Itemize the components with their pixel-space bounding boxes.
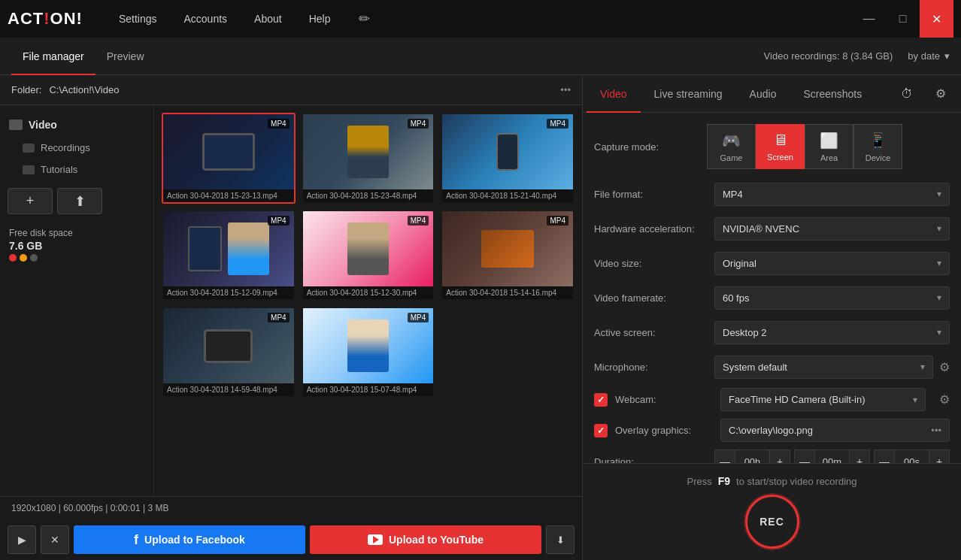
recordings-folder-icon bbox=[23, 144, 35, 153]
webcam-row: Webcam: FaceTime HD Camera (Built-in) ▾ … bbox=[594, 388, 950, 411]
duration-seconds-control: — 00s + bbox=[874, 450, 950, 463]
tab-file-manager[interactable]: File manager bbox=[11, 38, 95, 75]
video-thumb-5[interactable]: MP4 Action 30-04-2018 15-14-16.mp4 bbox=[441, 210, 574, 301]
video-folder-icon bbox=[9, 120, 23, 130]
right-tab-audio[interactable]: Audio bbox=[736, 75, 790, 113]
capture-game-label: Game bbox=[720, 153, 743, 162]
webcam-value: FaceTime HD Camera (Built-in) bbox=[729, 394, 866, 405]
dots-indicator bbox=[9, 254, 144, 262]
right-tab-video[interactable]: Video bbox=[587, 75, 641, 113]
youtube-play-icon bbox=[368, 534, 383, 545]
duration-seconds-minus[interactable]: — bbox=[874, 450, 895, 463]
duration-minutes-plus[interactable]: + bbox=[849, 450, 870, 463]
settings-icon-button[interactable]: ⚙ bbox=[923, 75, 957, 113]
titlebar: ACT!ON! Settings Accounts About Help ✏ —… bbox=[0, 0, 961, 38]
microphone-settings-icon[interactable]: ⚙ bbox=[939, 360, 950, 374]
upload-facebook-button[interactable]: f Upload to Facebook bbox=[74, 525, 305, 554]
dot-3 bbox=[30, 254, 38, 262]
facebook-logo: f bbox=[134, 532, 138, 548]
right-tab-live-streaming[interactable]: Live streaming bbox=[641, 75, 736, 113]
upload-folder-button[interactable]: ⬆ bbox=[57, 188, 102, 214]
hardware-accel-value: NVIDIA® NVENC bbox=[723, 223, 799, 235]
upload-youtube-button[interactable]: Upload to YouTube bbox=[310, 525, 541, 554]
capture-screen-button[interactable]: 🖥 Screen bbox=[756, 124, 805, 169]
right-tabs: Video Live streaming Audio Screenshots ⏱… bbox=[583, 75, 961, 113]
overlay-checkbox[interactable] bbox=[594, 424, 608, 437]
video-thumb-7[interactable]: MP4 Action 30-04-2018 15-07-48.mp4 bbox=[302, 307, 435, 398]
active-screen-label: Active screen: bbox=[594, 327, 714, 338]
chevron-down-icon: ▾ bbox=[937, 258, 941, 268]
video-framerate-label: Video framerate: bbox=[594, 292, 714, 304]
webcam-settings-icon[interactable]: ⚙ bbox=[939, 392, 950, 407]
mp4-badge-4: MP4 bbox=[408, 216, 429, 226]
right-tab-screenshots[interactable]: Screenshots bbox=[790, 75, 875, 113]
duration-seconds-plus[interactable]: + bbox=[929, 450, 950, 463]
download-button[interactable]: ⬇ bbox=[546, 525, 574, 554]
duration-hours-plus[interactable]: + bbox=[769, 450, 790, 463]
main-layout: Folder: C:\Action!\Video ••• Video Recor… bbox=[0, 75, 961, 560]
folder-menu-icon[interactable]: ••• bbox=[560, 84, 571, 95]
video-framerate-dropdown[interactable]: 60 fps ▾ bbox=[714, 286, 950, 310]
capture-modes: 🎮 Game 🖥 Screen ⬜ Area 📱 Device bbox=[707, 124, 902, 169]
microphone-dropdown[interactable]: System default ▾ bbox=[714, 356, 933, 379]
video-thumb-2[interactable]: MP4 Action 30-04-2018 15-21-40.mp4 bbox=[441, 113, 574, 204]
close-button[interactable]: ✕ bbox=[920, 0, 953, 38]
capture-area-button[interactable]: ⬜ Area bbox=[805, 124, 853, 169]
hardware-acceleration-row: Hardware acceleration: NVIDIA® NVENC ▾ bbox=[594, 215, 950, 242]
add-folder-button[interactable]: + bbox=[8, 188, 53, 214]
video-thumb-3[interactable]: MP4 Action 30-04-2018 15-12-09.mp4 bbox=[162, 210, 296, 301]
chevron-down-icon: ▾ bbox=[937, 189, 941, 199]
file-format-value: MP4 bbox=[723, 189, 743, 200]
device-icon: 📱 bbox=[869, 132, 887, 150]
dot-2 bbox=[20, 254, 27, 262]
rec-hint: Press F9 to start/stop video recording bbox=[687, 475, 857, 487]
sidebar-video-label: Video bbox=[29, 119, 57, 131]
video-thumb-0[interactable]: MP4 Action 30-04-2018 15-23-13.mp4 bbox=[162, 113, 296, 204]
chevron-down-icon: ▾ bbox=[937, 292, 941, 303]
sort-dropdown[interactable]: by date ▾ bbox=[908, 50, 950, 62]
video-meta: 1920x1080 | 60.000fps | 0:00:01 | 3 MB bbox=[0, 497, 582, 519]
active-screen-dropdown[interactable]: Desktop 2 ▾ bbox=[714, 321, 950, 344]
duration-minutes-minus[interactable]: — bbox=[794, 450, 815, 463]
webcam-checkbox[interactable] bbox=[594, 393, 608, 407]
capture-device-button[interactable]: 📱 Device bbox=[853, 124, 902, 169]
rec-button[interactable]: REC bbox=[745, 495, 799, 549]
nav-accounts[interactable]: Accounts bbox=[170, 0, 241, 38]
sidebar-item-recordings[interactable]: Recordings bbox=[0, 137, 153, 159]
webcam-dropdown[interactable]: FaceTime HD Camera (Built-in) ▾ bbox=[720, 388, 926, 411]
chevron-down-icon: ▾ bbox=[920, 362, 925, 372]
sidebar: Video Recordings Tutorials + ⬆ Free disk… bbox=[0, 105, 154, 496]
hardware-accel-dropdown[interactable]: NVIDIA® NVENC ▾ bbox=[714, 217, 950, 241]
video-size-value: Original bbox=[723, 258, 756, 269]
play-button[interactable]: ▶ bbox=[8, 525, 36, 554]
video-thumb-1[interactable]: MP4 Action 30-04-2018 15-23-48.mp4 bbox=[302, 113, 435, 204]
mp4-badge-1: MP4 bbox=[408, 119, 429, 129]
overlay-value-field[interactable]: C:\overlay\logo.png ••• bbox=[720, 419, 950, 442]
tab-preview[interactable]: Preview bbox=[95, 38, 156, 75]
pen-icon[interactable]: ✏ bbox=[359, 11, 370, 27]
sidebar-video-section[interactable]: Video bbox=[0, 113, 153, 137]
free-space-value: 7.6 GB bbox=[9, 240, 144, 252]
microphone-label: Microphone: bbox=[594, 362, 714, 373]
video-size-dropdown[interactable]: Original ▾ bbox=[714, 252, 950, 275]
duration-hours-minus[interactable]: — bbox=[714, 450, 735, 463]
video-thumb-4[interactable]: MP4 Action 30-04-2018 15-12-30.mp4 bbox=[302, 210, 435, 301]
capture-game-button[interactable]: 🎮 Game bbox=[707, 124, 756, 169]
capture-mode-row: Capture mode: 🎮 Game 🖥 Screen ⬜ Area bbox=[594, 124, 950, 169]
maximize-button[interactable]: □ bbox=[886, 0, 920, 38]
rec-hint-key: F9 bbox=[718, 475, 730, 487]
minimize-button[interactable]: — bbox=[852, 0, 886, 38]
right-content: Capture mode: 🎮 Game 🖥 Screen ⬜ Area bbox=[583, 113, 961, 463]
history-icon-button[interactable]: ⏱ bbox=[890, 75, 923, 113]
file-format-dropdown[interactable]: MP4 ▾ bbox=[714, 183, 950, 206]
thumb-presenter-icon bbox=[347, 319, 389, 372]
nav-about[interactable]: About bbox=[241, 0, 296, 38]
nav-help[interactable]: Help bbox=[296, 0, 344, 38]
duration-hours-control: — 00h + bbox=[714, 450, 790, 463]
stop-button[interactable]: ✕ bbox=[41, 525, 69, 554]
sidebar-item-tutorials[interactable]: Tutorials bbox=[0, 159, 153, 180]
dot-1 bbox=[9, 254, 17, 262]
video-thumb-6[interactable]: MP4 Action 30-04-2018 14-59-48.mp4 bbox=[162, 307, 296, 398]
nav-settings[interactable]: Settings bbox=[105, 0, 171, 38]
duration-row: Duration: — 00h + — 00m + — 00s + bbox=[594, 450, 950, 463]
